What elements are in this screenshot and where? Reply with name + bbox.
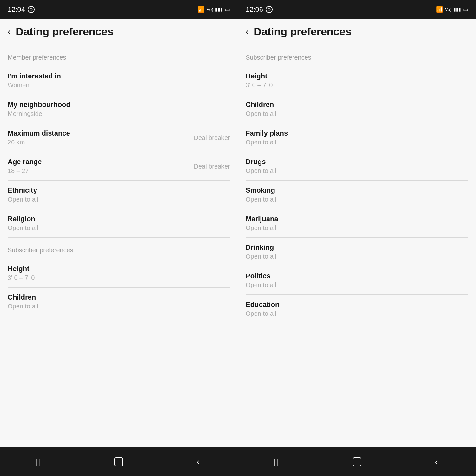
pref-drinking-value: Open to all: [246, 253, 468, 260]
back-nav-icon-1: ‹: [197, 457, 200, 467]
pref-drugs-value: Open to all: [246, 167, 468, 175]
pref-height-2[interactable]: Height 3' 0 – 7' 0: [246, 66, 468, 95]
content-2: Subscriber preferences Height 3' 0 – 7' …: [238, 45, 476, 447]
nav-title-row-2: ‹ Dating preferences: [246, 25, 468, 38]
pref-children-value-1: Open to all: [8, 303, 230, 310]
pref-max-distance-deal-breaker: Deal breaker: [194, 134, 230, 141]
pref-interested-in-label: I'm interested in: [8, 72, 230, 80]
pref-drugs-label: Drugs: [246, 158, 468, 166]
pref-family-plans-value: Open to all: [246, 139, 468, 146]
status-bar-2: 12:06 ⊖ 📶 Vo) ▮▮▮ ▭: [238, 0, 476, 19]
pref-religion-label: Religion: [8, 215, 230, 223]
dnd-icon-1: ⊖: [28, 6, 35, 13]
nav-title-row-1: ‹ Dating preferences: [8, 25, 230, 38]
pref-religion[interactable]: Religion Open to all: [8, 209, 230, 238]
home-icon-2: [353, 457, 361, 466]
time-label-2: 12:06: [246, 5, 263, 14]
pref-politics-value: Open to all: [246, 281, 468, 289]
lte-label-2: Vo): [445, 7, 452, 12]
pref-education-value: Open to all: [246, 310, 468, 317]
status-icons-1: 📶 Vo) ▮▮▮ ▭: [198, 6, 230, 13]
page-title-2: Dating preferences: [254, 25, 351, 38]
pref-religion-value: Open to all: [8, 224, 230, 232]
pref-drugs[interactable]: Drugs Open to all: [246, 152, 468, 181]
pref-height-label-2: Height: [246, 72, 468, 80]
dnd-icon-2: ⊖: [266, 6, 273, 13]
pref-neighbourhood-label: My neighbourhood: [8, 101, 230, 109]
back-button-1[interactable]: ‹: [8, 27, 10, 37]
battery-icon-2: ▭: [463, 6, 468, 13]
home-button-1[interactable]: [109, 452, 128, 471]
member-section-header: Member preferences: [8, 45, 230, 66]
pref-children-value-2: Open to all: [246, 110, 468, 117]
pref-politics-label: Politics: [246, 272, 468, 280]
wifi-icon-1: 📶: [198, 6, 205, 13]
pref-height-label-1: Height: [8, 265, 230, 273]
pref-height-1[interactable]: Height 3' 0 – 7' 0: [8, 259, 230, 288]
back-nav-button-1[interactable]: ‹: [188, 452, 208, 471]
screen1: 12:04 ⊖ 📶 Vo) ▮▮▮ ▭ ‹ Dating preferences…: [0, 0, 238, 476]
pref-children-label-2: Children: [246, 101, 468, 109]
status-time-1: 12:04 ⊖: [8, 5, 35, 14]
pref-smoking[interactable]: Smoking Open to all: [246, 181, 468, 209]
subscriber-section-header-1: Subscriber preferences: [8, 238, 230, 259]
lte-label-1: Vo): [207, 7, 213, 12]
time-label-1: 12:04: [8, 5, 25, 14]
battery-icon-1: ▭: [225, 6, 230, 13]
page-title-1: Dating preferences: [16, 25, 113, 38]
back-button-2[interactable]: ‹: [246, 27, 248, 37]
pref-children-label-1: Children: [8, 293, 230, 301]
pref-politics[interactable]: Politics Open to all: [246, 266, 468, 295]
status-bar-1: 12:04 ⊖ 📶 Vo) ▮▮▮ ▭: [0, 0, 238, 19]
status-time-2: 12:06 ⊖: [246, 5, 273, 14]
pref-drinking[interactable]: Drinking Open to all: [246, 238, 468, 266]
pref-smoking-label: Smoking: [246, 186, 468, 195]
nav-divider-1: [8, 42, 230, 42]
pref-ethnicity[interactable]: Ethnicity Open to all: [8, 181, 230, 209]
pref-children-2[interactable]: Children Open to all: [246, 95, 468, 123]
pref-ethnicity-value: Open to all: [8, 196, 230, 203]
pref-neighbourhood[interactable]: My neighbourhood Morningside: [8, 95, 230, 123]
pref-interested-in[interactable]: I'm interested in Women: [8, 66, 230, 95]
pref-interested-in-value: Women: [8, 82, 230, 89]
pref-children-1[interactable]: Children Open to all: [8, 288, 230, 316]
pref-marijuana-value: Open to all: [246, 224, 468, 232]
home-button-2[interactable]: [347, 452, 367, 471]
back-nav-icon-2: ‹: [435, 457, 438, 467]
signal-icon-2: ▮▮▮: [453, 7, 461, 12]
subscriber-section-header-2: Subscriber preferences: [246, 45, 468, 66]
wifi-icon-2: 📶: [436, 6, 443, 13]
signal-icon-1: ▮▮▮: [215, 7, 223, 12]
status-icons-2: 📶 Vo) ▮▮▮ ▭: [436, 6, 468, 13]
pref-family-plans-label: Family plans: [246, 129, 468, 137]
pref-height-value-2: 3' 0 – 7' 0: [246, 82, 468, 89]
pref-height-value-1: 3' 0 – 7' 0: [8, 274, 230, 281]
pref-education[interactable]: Education Open to all: [246, 295, 468, 323]
pref-marijuana-label: Marijuana: [246, 215, 468, 223]
nav-header-2: ‹ Dating preferences: [238, 19, 476, 45]
pref-marijuana[interactable]: Marijuana Open to all: [246, 209, 468, 238]
pref-neighbourhood-value: Morningside: [8, 110, 230, 117]
recents-icon-2: |||: [274, 458, 282, 466]
pref-family-plans[interactable]: Family plans Open to all: [246, 123, 468, 152]
nav-header-1: ‹ Dating preferences: [0, 19, 238, 45]
recents-button-2[interactable]: |||: [268, 452, 287, 471]
bottom-bar-2: ||| ‹: [238, 447, 476, 476]
content-1: Member preferences I'm interested in Wom…: [0, 45, 238, 447]
recents-button-1[interactable]: |||: [30, 452, 49, 471]
pref-drinking-label: Drinking: [246, 243, 468, 252]
pref-max-distance[interactable]: Maximum distance 26 km Deal breaker: [8, 123, 230, 152]
back-nav-button-2[interactable]: ‹: [427, 452, 446, 471]
pref-education-label: Education: [246, 301, 468, 309]
home-icon-1: [114, 457, 123, 466]
pref-smoking-value: Open to all: [246, 196, 468, 203]
pref-age-range[interactable]: Age range 18 – 27 Deal breaker: [8, 152, 230, 181]
bottom-bar-1: ||| ‹: [0, 447, 238, 476]
pref-ethnicity-label: Ethnicity: [8, 186, 230, 195]
screen2: 12:06 ⊖ 📶 Vo) ▮▮▮ ▭ ‹ Dating preferences…: [238, 0, 476, 476]
recents-icon-1: |||: [36, 458, 44, 466]
nav-divider-2: [246, 42, 468, 42]
pref-age-range-deal-breaker: Deal breaker: [194, 162, 230, 170]
